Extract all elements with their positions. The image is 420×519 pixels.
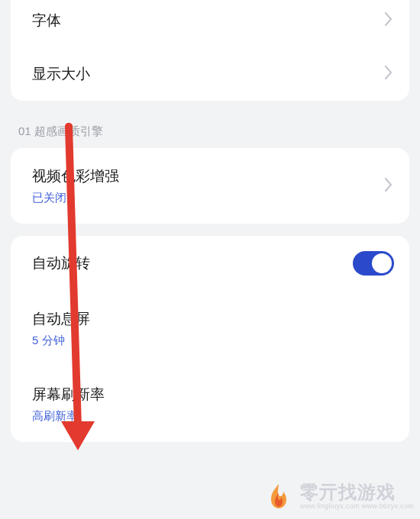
row-video-color[interactable]: 视频色彩增强 已关闭: [11, 148, 409, 224]
label-auto-sleep: 自动息屏: [32, 309, 90, 329]
settings-group-screen: 自动旋转 自动息屏 5 分钟 屏幕刷新率 高刷新率: [11, 236, 409, 442]
watermark-urls: www.lingliuyx.com www.06zyx.com: [300, 503, 414, 510]
settings-group-display: 字体 显示大小: [11, 0, 409, 101]
label-block: 显示大小: [32, 64, 90, 84]
label-block: 屏幕刷新率 高刷新率: [32, 385, 105, 424]
toggle-auto-rotate[interactable]: [353, 251, 394, 276]
row-display-size[interactable]: 显示大小: [11, 47, 409, 101]
sublabel-refresh-rate: 高刷新率: [32, 409, 105, 424]
settings-group-engine: 视频色彩增强 已关闭: [11, 148, 409, 224]
watermark-main: 零亓找游戏: [300, 482, 396, 501]
label-block: 自动旋转: [32, 253, 90, 273]
label-block: 自动息屏 5 分钟: [32, 309, 90, 348]
sublabel-video-color: 已关闭: [32, 191, 119, 205]
label-refresh-rate: 屏幕刷新率: [32, 385, 105, 405]
chevron-right-icon: [383, 176, 394, 196]
row-refresh-rate[interactable]: 屏幕刷新率 高刷新率: [11, 366, 409, 442]
chevron-right-icon: [383, 11, 394, 31]
section-title-engine: 01 超感画质引擎: [0, 113, 420, 148]
chevron-right-icon: [383, 64, 394, 84]
watermark: 零亓找游戏 www.lingliuyx.com www.06zyx.com: [263, 481, 414, 511]
label-block: 视频色彩增强 已关闭: [32, 166, 119, 205]
label-display-size: 显示大小: [32, 64, 90, 84]
watermark-text: 零亓找游戏 www.lingliuyx.com www.06zyx.com: [300, 482, 414, 511]
row-auto-sleep[interactable]: 自动息屏 5 分钟: [11, 291, 409, 366]
row-auto-rotate[interactable]: 自动旋转: [11, 236, 409, 291]
label-auto-rotate: 自动旋转: [32, 253, 90, 273]
label-block: 字体: [32, 11, 61, 31]
row-font[interactable]: 字体: [11, 0, 409, 47]
sublabel-auto-sleep: 5 分钟: [32, 334, 90, 348]
label-font: 字体: [32, 11, 61, 31]
flame-icon: [263, 481, 294, 511]
label-video-color: 视频色彩增强: [32, 166, 119, 186]
